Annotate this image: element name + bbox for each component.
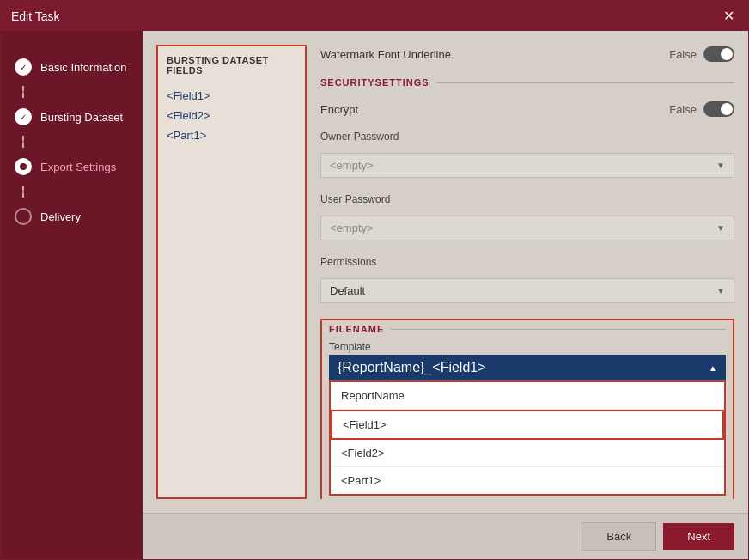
filename-divider — [391, 329, 726, 330]
security-section-title: SECURITYSETTINGS — [320, 77, 429, 88]
step-icon-bursting-dataset: ✓ — [15, 108, 32, 125]
connector-3 — [22, 186, 24, 198]
user-password-chevron: ▼ — [716, 223, 725, 233]
owner-password-select[interactable]: <empty> ▼ — [320, 153, 734, 178]
main-body: BURSTING DATASET FIELDS <Field1> <Field2… — [143, 31, 748, 513]
dropdown-item-part1[interactable]: <Part1> — [331, 467, 724, 494]
security-section-divider — [436, 82, 734, 83]
title-bar: Edit Task ✕ — [1, 1, 748, 31]
dropdown-item-field1[interactable]: <Field1> — [331, 410, 724, 440]
next-button[interactable]: Next — [663, 523, 734, 550]
edit-task-window: Edit Task ✕ ✓ Basic Information ✓ Bursti… — [0, 0, 749, 560]
user-password-value: <empty> — [330, 222, 374, 234]
encrypt-toggle[interactable] — [703, 101, 734, 117]
dropdown-item-field2[interactable]: <Field2> — [331, 440, 724, 467]
user-password-select[interactable]: <empty> ▼ — [320, 216, 734, 240]
encrypt-toggle-group: False — [669, 101, 734, 117]
sidebar-label-bursting-dataset: Bursting Dataset — [40, 111, 123, 124]
sidebar-item-delivery[interactable]: Delivery — [1, 198, 143, 235]
watermark-font-underline-toggle[interactable] — [703, 46, 734, 62]
step-icon-export-settings — [15, 158, 32, 175]
sidebar: ✓ Basic Information ✓ Bursting Dataset E… — [1, 31, 143, 559]
owner-password-label: Owner Password — [320, 131, 734, 143]
template-dropdown-list: ReportName <Field1> <Field2> <Part1> — [329, 380, 726, 496]
watermark-font-underline-toggle-group: False — [669, 46, 734, 62]
encrypt-value: False — [669, 103, 697, 116]
user-password-label: User Password — [320, 193, 734, 205]
sidebar-label-delivery: Delivery — [40, 210, 81, 223]
sidebar-item-bursting-dataset[interactable]: ✓ Bursting Dataset — [1, 98, 143, 136]
filename-section: FILENAME Template {ReportName}_<Field1> … — [320, 319, 734, 499]
permissions-chevron: ▼ — [716, 286, 725, 295]
owner-password-chevron: ▼ — [716, 161, 725, 170]
step-icon-delivery — [15, 208, 32, 225]
permissions-select[interactable]: Default ▼ — [320, 278, 734, 303]
window-title: Edit Task — [11, 9, 60, 23]
filename-section-title: FILENAME — [329, 324, 384, 334]
filename-header: FILENAME — [322, 320, 733, 338]
template-select[interactable]: {ReportName}_<Field1> ▲ — [329, 355, 726, 380]
template-label: Template — [322, 338, 733, 355]
content-area: ✓ Basic Information ✓ Bursting Dataset E… — [1, 31, 748, 559]
sidebar-label-basic-information: Basic Information — [40, 61, 126, 74]
watermark-font-underline-label: Watermark Font Underline — [320, 48, 451, 61]
connector-2 — [22, 136, 24, 148]
template-value: {ReportName}_<Field1> — [338, 360, 486, 375]
security-section-header: SECURITYSETTINGS — [320, 77, 734, 88]
bursting-panel-title: BURSTING DATASET FIELDS — [167, 55, 296, 76]
sidebar-item-basic-information[interactable]: ✓ Basic Information — [1, 48, 143, 86]
sidebar-label-export-settings: Export Settings — [40, 161, 116, 173]
bursting-field-2[interactable]: <Part1> — [167, 125, 296, 145]
template-chevron: ▲ — [709, 363, 717, 373]
permissions-value: Default — [330, 284, 365, 297]
main-area: BURSTING DATASET FIELDS <Field1> <Field2… — [143, 31, 748, 559]
dropdown-item-reportname[interactable]: ReportName — [331, 382, 724, 410]
connector-1 — [22, 86, 24, 98]
bursting-dataset-panel: BURSTING DATASET FIELDS <Field1> <Field2… — [156, 45, 307, 499]
bursting-field-1[interactable]: <Field2> — [167, 106, 296, 125]
watermark-font-underline-row: Watermark Font Underline False — [320, 45, 734, 64]
close-button[interactable]: ✕ — [720, 8, 738, 24]
encrypt-label: Encrypt — [320, 103, 358, 116]
sidebar-item-export-settings[interactable]: Export Settings — [1, 148, 143, 186]
owner-password-value: <empty> — [330, 159, 374, 172]
step-icon-basic-information: ✓ — [15, 58, 32, 76]
back-button[interactable]: Back — [582, 522, 656, 551]
encrypt-row: Encrypt False — [320, 100, 734, 119]
right-panel: Watermark Font Underline False SECURITYS… — [320, 45, 734, 499]
permissions-label: Permissions — [320, 256, 734, 268]
bursting-field-0[interactable]: <Field1> — [167, 86, 296, 106]
footer: Back Next — [143, 513, 748, 559]
watermark-font-underline-value: False — [669, 48, 697, 61]
